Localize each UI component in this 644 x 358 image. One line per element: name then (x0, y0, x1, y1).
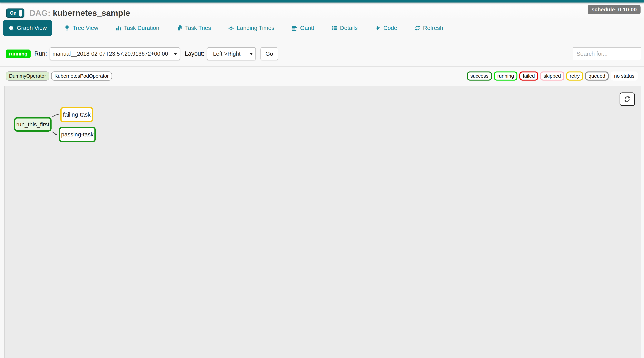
page-title-prefix: DAG: (30, 8, 50, 18)
align-left-icon (292, 25, 298, 31)
dag-header: On DAG: kubernetes_sample schedule: 0:10… (0, 3, 644, 18)
layout-label: Layout: (185, 50, 204, 57)
toggle-on-label: On (8, 10, 18, 16)
status-chip-queued: queued (585, 72, 609, 81)
dag-on-toggle[interactable]: On (6, 9, 24, 18)
go-button[interactable]: Go (260, 47, 278, 60)
operator-legend: DummyOperatorKubernetesPodOperator (6, 72, 112, 81)
view-tabs: Graph ViewTree ViewTask DurationTask Tri… (0, 18, 644, 41)
refresh-icon (414, 25, 420, 31)
status-legend: successrunningfailedskippedretryqueuedno… (467, 72, 638, 81)
tab-gantt[interactable]: Gantt (286, 20, 320, 36)
tab-label: Landing Times (237, 25, 274, 31)
run-label: Run: (34, 50, 47, 57)
tab-task-duration[interactable]: Task Duration (110, 20, 165, 36)
tab-tree-view[interactable]: Tree View (59, 20, 104, 36)
operator-chip-kubernetespodoperator: KubernetesPodOperator (51, 72, 112, 81)
edge-run-this-first-to-failing-task (52, 115, 57, 117)
status-chip-running: running (494, 72, 518, 81)
caret-down-icon (174, 53, 177, 57)
list-icon (332, 25, 338, 31)
dag-run-status-badge: running (6, 50, 30, 58)
graph-refresh-button[interactable] (620, 92, 635, 106)
tab-label: Task Duration (124, 25, 159, 31)
run-select-arrow (171, 48, 180, 60)
tab-label: Refresh (423, 25, 443, 31)
top-navbar-strip (0, 0, 644, 3)
operator-chip-dummyoperator: DummyOperator (6, 72, 49, 81)
tab-label: Code (383, 25, 397, 31)
dag-name: kubernetes_sample (53, 8, 130, 18)
tab-label: Gantt (300, 25, 314, 31)
task-node-passing-task[interactable]: passing-task (59, 127, 96, 142)
tab-details[interactable]: Details (326, 20, 363, 36)
tab-label: Task Tries (185, 25, 211, 31)
status-chip-skipped: skipped (540, 72, 564, 81)
toggle-knob (19, 10, 22, 17)
edge-run-this-first-to-passing-task (52, 132, 56, 134)
sunburst-icon (8, 25, 14, 31)
tree-icon (64, 25, 70, 31)
schedule-badge: schedule: 0:10:00 (588, 5, 640, 14)
tab-graph-view[interactable]: Graph View (3, 20, 52, 36)
tab-landing-times[interactable]: Landing Times (223, 20, 280, 36)
layout-select[interactable]: Left->Right (207, 47, 256, 60)
tab-code[interactable]: Code (370, 20, 402, 36)
status-chip-success: success (467, 72, 492, 81)
page-title: DAG: kubernetes_sample (30, 8, 130, 18)
graph-edges (4, 86, 641, 358)
plane-icon (228, 25, 234, 31)
bar-chart-icon (116, 25, 122, 31)
task-node-run-this-first[interactable]: run_this_first (14, 117, 52, 132)
legend-row: DummyOperatorKubernetesPodOperator succe… (0, 67, 644, 81)
search-input[interactable] (573, 47, 641, 60)
status-chip-retry: retry (566, 72, 583, 81)
run-select-value: manual__2018-02-07T23:57:20.913672+00:00 (52, 51, 177, 57)
dag-graph-canvas[interactable]: run_this_firstfailing-taskpassing-task (4, 86, 641, 358)
tab-label: Details (340, 25, 358, 31)
layout-select-value: Left->Right (213, 51, 250, 57)
caret-down-icon (250, 53, 253, 57)
refresh-icon (624, 95, 631, 103)
tab-refresh[interactable]: Refresh (409, 20, 448, 36)
task-node-failing-task[interactable]: failing-task (60, 107, 93, 122)
run-controls-row: running Run: manual__2018-02-07T23:57:20… (0, 41, 644, 66)
run-select[interactable]: manual__2018-02-07T23:57:20.913672+00:00 (50, 47, 180, 60)
status-chip-no-status: no status (610, 72, 638, 81)
tab-label: Graph View (17, 25, 47, 31)
tab-task-tries[interactable]: Task Tries (171, 20, 216, 36)
layout-select-arrow (246, 48, 256, 60)
status-chip-failed: failed (519, 72, 538, 81)
bolt-icon (375, 25, 381, 31)
tab-label: Tree View (72, 25, 98, 31)
duplicate-icon (176, 25, 182, 31)
